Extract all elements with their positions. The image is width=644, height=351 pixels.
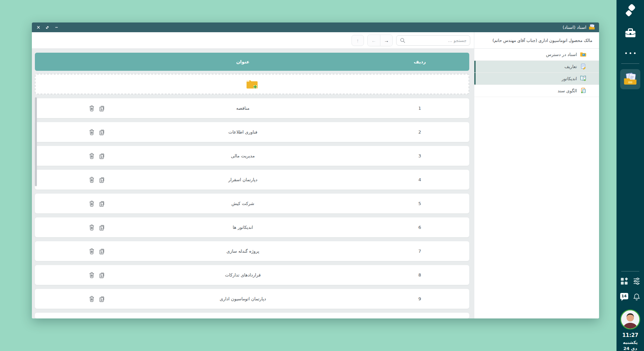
table-row[interactable]: 2 فناوری اطلاعات — [35, 122, 469, 142]
dashboard-icon[interactable] — [620, 277, 628, 287]
row-title: مناقصه — [115, 106, 370, 111]
trash-icon[interactable] — [89, 200, 95, 207]
maximize-icon[interactable] — [45, 25, 50, 30]
search-box — [396, 35, 470, 46]
search-icon — [400, 38, 406, 43]
sidebar-item-document-template[interactable]: الگوی سند — [474, 85, 599, 97]
user-avatar[interactable] — [620, 309, 640, 330]
folder-documents-icon — [623, 73, 637, 86]
row-title: فناوری اطلاعات — [115, 130, 370, 135]
row-number: 9 — [370, 296, 469, 301]
messages-badge[interactable]: 14 — [620, 293, 628, 299]
nav-back-button[interactable]: ← — [368, 35, 380, 46]
sidebar-item-label: تعاریف — [565, 64, 577, 69]
trash-icon[interactable] — [89, 153, 95, 159]
search-input[interactable] — [408, 38, 467, 43]
brand-logo-icon[interactable] — [623, 3, 638, 19]
minimize-icon[interactable] — [54, 25, 59, 30]
row-number: 7 — [370, 249, 469, 254]
messages-count: 14 — [622, 294, 627, 298]
row-number: 6 — [370, 225, 469, 230]
main-area: → ← ↑ ردیف عنوان — [32, 32, 474, 318]
table-row[interactable]: 1 مناقصه — [35, 98, 469, 118]
documents-app-tile[interactable] — [620, 69, 640, 89]
copy-icon[interactable] — [99, 224, 105, 231]
table-header: ردیف عنوان — [35, 53, 469, 71]
add-folder-row[interactable] — [35, 74, 469, 94]
copy-icon[interactable] — [99, 177, 105, 183]
vertical-scrollbar[interactable] — [35, 97, 37, 186]
row-number: 1 — [370, 106, 469, 111]
table-row[interactable]: 4 دپارتمان اسقرار — [35, 170, 469, 190]
close-icon[interactable] — [36, 25, 41, 30]
right-dock: 14 11:27 یکشنبه 24 دی — [616, 0, 644, 351]
trash-icon[interactable] — [89, 272, 95, 278]
folder-list-area: ردیف عنوان 1 — [32, 49, 474, 318]
dock-divider — [621, 63, 639, 64]
table-row-partial[interactable] — [35, 313, 469, 318]
folder-media-icon — [580, 51, 586, 58]
row-title: قراردادهای تدارکات — [115, 272, 370, 278]
sidebar-item-label: اسناد در دسترس — [546, 52, 577, 57]
copy-icon[interactable] — [99, 200, 105, 207]
table-row[interactable]: 8 قراردادهای تدارکات — [35, 265, 469, 285]
row-title: شرکت کیش — [115, 201, 370, 206]
briefcase-icon[interactable] — [625, 28, 636, 38]
sidebar-item-label: اندیکاتور — [562, 76, 577, 81]
window-title-area: اسناد (اسناد) — [562, 24, 595, 31]
nav-forward-button[interactable]: → — [380, 35, 392, 46]
trash-icon[interactable] — [89, 177, 95, 183]
template-add-icon — [580, 88, 586, 94]
row-number: 2 — [370, 130, 469, 135]
copy-icon[interactable] — [99, 105, 105, 112]
row-number: 4 — [370, 177, 469, 182]
row-number: 5 — [370, 201, 469, 206]
sidebar-item-available-documents[interactable]: اسناد در دسترس — [474, 49, 599, 61]
add-folder-icon[interactable] — [246, 79, 258, 89]
table-row[interactable]: 7 پروژه گندله سازی — [35, 241, 469, 261]
nav-button-group: → ← — [367, 35, 393, 46]
dock-divider — [621, 271, 639, 271]
trash-icon[interactable] — [89, 105, 95, 111]
window-controls — [36, 25, 59, 30]
row-title: دپارتمان اسقرار — [115, 177, 370, 182]
arrow-right-icon: → — [384, 38, 389, 43]
row-title: اندیکاتور ها — [115, 225, 370, 230]
documents-window: اسناد (اسناد) مالک محصول اتوماسیون اداری… — [32, 22, 599, 318]
copy-icon[interactable] — [99, 272, 105, 279]
row-title: دپارتمان اتوماسیون اداری — [115, 296, 370, 301]
toolbar: → ← ↑ — [32, 32, 474, 49]
row-number: 3 — [370, 153, 469, 158]
bell-icon[interactable] — [633, 293, 641, 302]
copy-icon[interactable] — [99, 248, 105, 255]
sidebar-item-indicator[interactable]: اندیکاتور — [474, 73, 599, 85]
trash-icon[interactable] — [89, 296, 95, 302]
copy-icon[interactable] — [99, 296, 105, 302]
clock-weekday: یکشنبه — [623, 340, 638, 345]
column-header-title: عنوان — [115, 59, 370, 64]
copy-icon[interactable] — [99, 153, 105, 159]
table-row[interactable]: 6 اندیکاتور ها — [35, 217, 469, 237]
trash-icon[interactable] — [89, 224, 95, 231]
sidebar-item-label: الگوی سند — [558, 88, 577, 93]
sidebar-item-definitions[interactable]: تعاریف — [474, 61, 599, 73]
window-titlebar: اسناد (اسناد) — [32, 22, 599, 32]
column-header-row-number: ردیف — [370, 59, 469, 64]
trash-icon[interactable] — [89, 248, 95, 254]
trash-icon[interactable] — [89, 129, 95, 135]
clock-date: 24 دی — [623, 346, 637, 351]
sidebar-owner-label: مالک محصول اتوماسیون اداری (جناب آقای مه… — [474, 32, 599, 49]
document-edit-icon — [580, 63, 586, 70]
arrow-up-icon: ↑ — [357, 38, 359, 43]
table-row[interactable]: 5 شرکت کیش — [35, 194, 469, 213]
window-title: اسناد (اسناد) — [562, 25, 586, 30]
copy-icon[interactable] — [99, 129, 105, 136]
more-options-icon[interactable] — [625, 52, 636, 54]
book-add-icon — [580, 76, 586, 82]
table-row[interactable]: 3 مدیریت مالی — [35, 146, 469, 166]
clock-time: 11:27 — [622, 332, 638, 338]
nav-up-button[interactable]: ↑ — [352, 35, 364, 46]
folder-documents-icon — [589, 24, 595, 31]
table-row[interactable]: 9 دپارتمان اتوماسیون اداری — [35, 289, 469, 309]
settings-sliders-icon[interactable] — [633, 277, 641, 287]
